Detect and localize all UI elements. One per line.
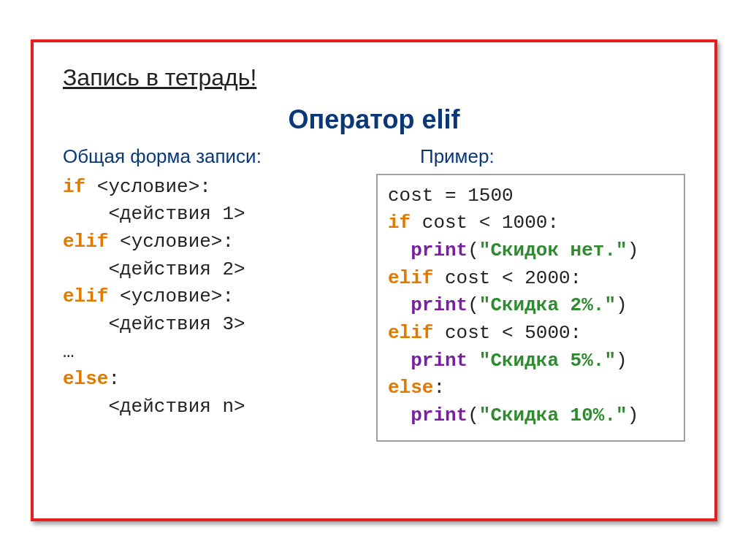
code-text: cost = 1500 xyxy=(388,185,514,207)
example-code-box: cost = 1500 if cost < 1000: print("Скидо… xyxy=(376,174,685,442)
indent xyxy=(388,294,411,316)
code-text: <условие>: xyxy=(85,176,211,198)
string-literal: "Скидка 5%." xyxy=(479,350,616,372)
kw-elif: elif xyxy=(388,267,433,289)
content-columns: Общая форма записи: if <условие>: <дейст… xyxy=(63,145,685,442)
note-title: Запись в тетрадь! xyxy=(63,64,685,91)
paren: ( xyxy=(468,404,479,426)
code-text: : xyxy=(108,368,120,390)
paren: ( xyxy=(468,239,479,261)
kw-if: if xyxy=(388,212,411,234)
code-text: cost < 5000: xyxy=(433,322,581,344)
paren: ) xyxy=(616,294,627,316)
paren: ) xyxy=(627,404,639,426)
string-literal: "Скидок нет." xyxy=(479,239,627,261)
general-form-code: if <условие>: <действия 1> elif <условие… xyxy=(63,174,362,421)
code-text: cost < 2000: xyxy=(433,267,581,289)
code-text: cost < 1000: xyxy=(411,212,559,234)
code-text: … xyxy=(63,341,75,363)
code-text: <действия 1> xyxy=(63,203,245,225)
code-text: <действия 3> xyxy=(63,313,245,335)
fn-print: print xyxy=(411,404,468,426)
indent xyxy=(388,239,411,261)
example-heading: Пример: xyxy=(376,145,685,168)
slide-frame: Запись в тетрадь! Оператор elif Общая фо… xyxy=(31,39,717,521)
kw-if: if xyxy=(63,176,85,198)
paren: ) xyxy=(627,239,639,261)
space xyxy=(468,350,479,372)
main-title: Оператор elif xyxy=(63,104,685,135)
string-literal: "Скидка 10%." xyxy=(479,404,627,426)
kw-elif: elif xyxy=(63,285,108,307)
code-text: <условие>: xyxy=(108,231,234,253)
fn-print: print xyxy=(411,239,468,261)
fn-print: print xyxy=(411,350,468,372)
general-form-heading: Общая форма записи: xyxy=(63,145,362,168)
indent xyxy=(388,404,411,426)
code-text: <действия 2> xyxy=(63,258,245,280)
kw-else: else xyxy=(63,368,108,390)
kw-elif: elif xyxy=(63,231,108,253)
indent xyxy=(388,350,411,372)
string-literal: "Скидка 2%." xyxy=(479,294,616,316)
paren: ) xyxy=(616,350,627,372)
kw-elif: elif xyxy=(388,322,433,344)
code-text: <условие>: xyxy=(108,285,234,307)
fn-print: print xyxy=(411,294,468,316)
column-general-form: Общая форма записи: if <условие>: <дейст… xyxy=(63,145,362,442)
code-text: <действия n> xyxy=(63,396,245,418)
kw-else: else xyxy=(388,377,433,399)
paren: ( xyxy=(468,294,479,316)
column-example: Пример: cost = 1500 if cost < 1000: prin… xyxy=(376,145,685,442)
code-text: : xyxy=(433,377,445,399)
